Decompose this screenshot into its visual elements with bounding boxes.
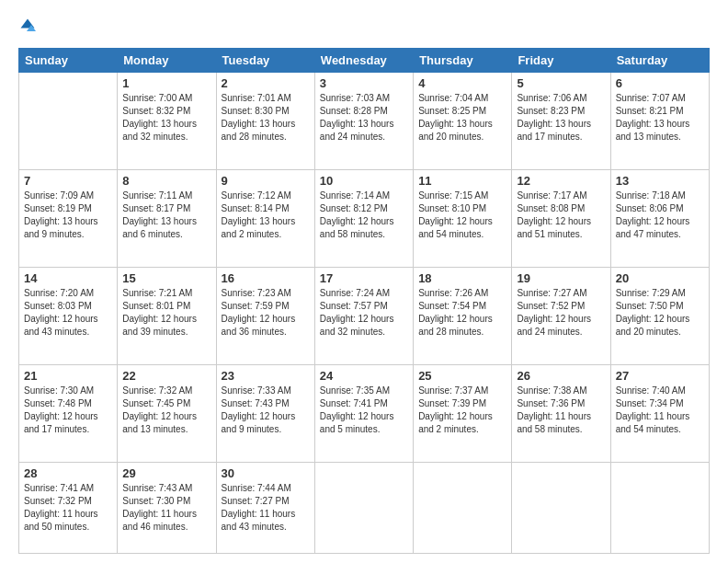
day-info: Sunrise: 7:18 AM Sunset: 8:06 PM Dayligh… [616,190,704,241]
day-number: 8 [122,174,210,188]
calendar-week-row: 14Sunrise: 7:20 AM Sunset: 8:03 PM Dayli… [19,268,710,365]
calendar-week-row: 7Sunrise: 7:09 AM Sunset: 8:19 PM Daylig… [19,170,710,268]
day-number: 5 [517,76,605,90]
day-number: 17 [320,271,408,285]
calendar-cell: 30Sunrise: 7:44 AM Sunset: 7:27 PM Dayli… [216,463,314,554]
calendar-cell [610,463,709,554]
day-number: 18 [418,271,506,285]
day-number: 4 [418,76,506,90]
day-info: Sunrise: 7:23 AM Sunset: 7:59 PM Dayligh… [222,287,310,339]
day-info: Sunrise: 7:01 AM Sunset: 8:30 PM Dayligh… [222,92,310,144]
calendar-cell: 14Sunrise: 7:20 AM Sunset: 8:03 PM Dayli… [19,268,118,365]
calendar-cell: 24Sunrise: 7:35 AM Sunset: 7:41 PM Dayli… [314,365,413,463]
calendar-cell: 10Sunrise: 7:14 AM Sunset: 8:12 PM Dayli… [314,170,413,268]
day-number: 23 [222,369,310,383]
day-info: Sunrise: 7:07 AM Sunset: 8:21 PM Dayligh… [616,92,704,144]
calendar-cell: 2Sunrise: 7:01 AM Sunset: 8:30 PM Daylig… [216,73,314,170]
day-info: Sunrise: 7:29 AM Sunset: 7:50 PM Dayligh… [616,287,704,339]
day-info: Sunrise: 7:04 AM Sunset: 8:25 PM Dayligh… [418,92,506,144]
calendar-cell [19,73,118,170]
day-info: Sunrise: 7:15 AM Sunset: 8:10 PM Dayligh… [418,190,506,241]
day-number: 9 [222,174,310,188]
calendar-cell: 26Sunrise: 7:38 AM Sunset: 7:36 PM Dayli… [512,365,610,463]
day-info: Sunrise: 7:37 AM Sunset: 7:39 PM Dayligh… [418,385,506,436]
day-number: 2 [222,76,310,90]
calendar-cell: 20Sunrise: 7:29 AM Sunset: 7:50 PM Dayli… [610,268,709,365]
calendar-cell: 27Sunrise: 7:40 AM Sunset: 7:34 PM Dayli… [610,365,709,463]
calendar-week-row: 21Sunrise: 7:30 AM Sunset: 7:48 PM Dayli… [19,365,710,463]
day-number: 27 [616,369,704,383]
calendar-cell: 13Sunrise: 7:18 AM Sunset: 8:06 PM Dayli… [610,170,709,268]
calendar-cell: 1Sunrise: 7:00 AM Sunset: 8:32 PM Daylig… [118,73,216,170]
day-info: Sunrise: 7:24 AM Sunset: 7:57 PM Dayligh… [320,287,408,339]
calendar-cell: 22Sunrise: 7:32 AM Sunset: 7:45 PM Dayli… [118,365,216,463]
day-number: 19 [517,271,605,285]
calendar: SundayMondayTuesdayWednesdayThursdayFrid… [18,48,710,554]
day-info: Sunrise: 7:33 AM Sunset: 7:43 PM Dayligh… [222,385,310,436]
day-number: 1 [122,76,210,90]
calendar-cell: 8Sunrise: 7:11 AM Sunset: 8:17 PM Daylig… [118,170,216,268]
day-number: 16 [222,271,310,285]
day-number: 14 [24,271,112,285]
day-number: 10 [320,174,408,188]
day-info: Sunrise: 7:00 AM Sunset: 8:32 PM Dayligh… [122,92,210,144]
day-number: 15 [122,271,210,285]
calendar-cell [314,463,413,554]
day-number: 26 [517,369,605,383]
day-info: Sunrise: 7:43 AM Sunset: 7:30 PM Dayligh… [122,482,210,534]
calendar-cell: 21Sunrise: 7:30 AM Sunset: 7:48 PM Dayli… [19,365,118,463]
day-number: 13 [616,174,704,188]
day-number: 24 [320,369,408,383]
day-info: Sunrise: 7:30 AM Sunset: 7:48 PM Dayligh… [24,385,112,436]
day-info: Sunrise: 7:17 AM Sunset: 8:08 PM Dayligh… [517,190,605,241]
day-info: Sunrise: 7:44 AM Sunset: 7:27 PM Dayligh… [222,482,310,534]
day-number: 6 [616,76,704,90]
calendar-week-row: 1Sunrise: 7:00 AM Sunset: 8:32 PM Daylig… [19,73,710,170]
calendar-cell: 7Sunrise: 7:09 AM Sunset: 8:19 PM Daylig… [19,170,118,268]
day-info: Sunrise: 7:20 AM Sunset: 8:03 PM Dayligh… [24,287,112,339]
calendar-cell: 12Sunrise: 7:17 AM Sunset: 8:08 PM Dayli… [512,170,610,268]
calendar-cell: 6Sunrise: 7:07 AM Sunset: 8:21 PM Daylig… [610,73,709,170]
day-info: Sunrise: 7:38 AM Sunset: 7:36 PM Dayligh… [517,385,605,436]
day-number: 20 [616,271,704,285]
calendar-cell: 9Sunrise: 7:12 AM Sunset: 8:14 PM Daylig… [216,170,314,268]
calendar-cell: 3Sunrise: 7:03 AM Sunset: 8:28 PM Daylig… [314,73,413,170]
calendar-cell: 29Sunrise: 7:43 AM Sunset: 7:30 PM Dayli… [118,463,216,554]
day-number: 29 [122,466,210,480]
day-number: 21 [24,369,112,383]
day-number: 28 [24,466,112,480]
weekday-header: Sunday [19,49,118,73]
calendar-cell: 18Sunrise: 7:26 AM Sunset: 7:54 PM Dayli… [414,268,512,365]
calendar-week-row: 28Sunrise: 7:41 AM Sunset: 7:32 PM Dayli… [19,463,710,554]
day-number: 30 [222,466,310,480]
day-info: Sunrise: 7:21 AM Sunset: 8:01 PM Dayligh… [122,287,210,339]
weekday-header: Friday [512,49,610,73]
calendar-cell: 4Sunrise: 7:04 AM Sunset: 8:25 PM Daylig… [414,73,512,170]
day-info: Sunrise: 7:14 AM Sunset: 8:12 PM Dayligh… [320,190,408,241]
weekday-header: Tuesday [216,49,314,73]
calendar-cell [512,463,610,554]
day-info: Sunrise: 7:26 AM Sunset: 7:54 PM Dayligh… [418,287,506,339]
day-number: 11 [418,174,506,188]
calendar-cell: 11Sunrise: 7:15 AM Sunset: 8:10 PM Dayli… [414,170,512,268]
day-info: Sunrise: 7:32 AM Sunset: 7:45 PM Dayligh… [122,385,210,436]
day-info: Sunrise: 7:03 AM Sunset: 8:28 PM Dayligh… [320,92,408,144]
day-number: 22 [122,369,210,383]
day-info: Sunrise: 7:40 AM Sunset: 7:34 PM Dayligh… [616,385,704,436]
day-info: Sunrise: 7:27 AM Sunset: 7:52 PM Dayligh… [517,287,605,339]
calendar-cell [414,463,512,554]
weekday-header: Wednesday [314,49,413,73]
day-info: Sunrise: 7:35 AM Sunset: 7:41 PM Dayligh… [320,385,408,436]
calendar-cell: 23Sunrise: 7:33 AM Sunset: 7:43 PM Dayli… [216,365,314,463]
weekday-header: Thursday [414,49,512,73]
weekday-header: Saturday [610,49,709,73]
calendar-header-row: SundayMondayTuesdayWednesdayThursdayFrid… [19,49,710,73]
logo-icon [18,17,37,35]
day-info: Sunrise: 7:06 AM Sunset: 8:23 PM Dayligh… [517,92,605,144]
calendar-cell: 15Sunrise: 7:21 AM Sunset: 8:01 PM Dayli… [118,268,216,365]
day-info: Sunrise: 7:09 AM Sunset: 8:19 PM Dayligh… [24,190,112,241]
calendar-cell: 17Sunrise: 7:24 AM Sunset: 7:57 PM Dayli… [314,268,413,365]
day-info: Sunrise: 7:12 AM Sunset: 8:14 PM Dayligh… [222,190,310,241]
day-info: Sunrise: 7:41 AM Sunset: 7:32 PM Dayligh… [24,482,112,534]
day-number: 3 [320,76,408,90]
